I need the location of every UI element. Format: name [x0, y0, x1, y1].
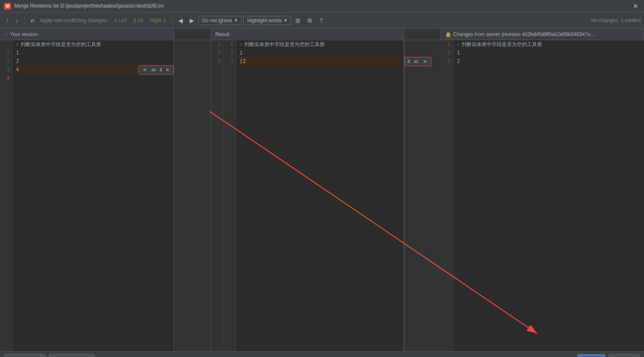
right-line-1: ✓ 判断实体类中字段是否为空的工具类 — [457, 40, 641, 49]
gutter-right: 4 ≪ ✕ — [404, 40, 441, 351]
left-panel-content: 1 2 3 4 ✓ 判断实体类中字段是否为空的工具类 1 2 — [0, 40, 174, 351]
right-panel: 1 2 3 ✓ 判断实体类中字段是否为空的工具类 1 2 — [441, 40, 644, 351]
editor-panels: 1 2 3 4 ✓ 判断实体类中字段是否为空的工具类 1 2 — [0, 40, 644, 351]
conflict-reject-right[interactable]: ✕ — [422, 58, 428, 65]
result-line-numbers-left: 1 2 3 — [211, 40, 224, 351]
result-line-numbers-right: 1 2 3 — [224, 40, 236, 351]
result-panel-content: 1 2 3 1 2 3 ✓ 判断实体类中字段是否为空的工具类 1 — [211, 40, 404, 351]
left-code[interactable]: ✓ 判断实体类中字段是否为空的工具类 1 2 4 — [13, 40, 174, 351]
result-header: Result — [211, 28, 404, 40]
prev-conflict-button[interactable]: ◀ — [176, 16, 185, 25]
conflict-accept-right[interactable]: ≪ — [412, 58, 420, 65]
title-text: Merge Revisions for D:\java\project\test… — [14, 3, 164, 10]
editor-area: 1 2 3 4 ✓ 判断实体类中字段是否为空的工具类 1 2 — [0, 40, 644, 351]
dropdown-arrow-icon: ▼ — [234, 18, 238, 23]
gear-icon-button[interactable]: ⚙ — [305, 16, 315, 25]
left-line-1: ✓ 判断实体类中字段是否为空的工具类 — [16, 40, 170, 49]
conflict-accept-left[interactable]: ≫ — [150, 67, 158, 73]
next-conflict-button[interactable]: ▶ — [187, 16, 197, 25]
left-panel: 1 2 3 4 ✓ 判断实体类中字段是否为空的工具类 1 2 — [0, 40, 174, 351]
title-bar-left: M Merge Revisions for D:\java\project\te… — [4, 3, 164, 10]
separator-2 — [172, 16, 172, 25]
conflict-action-right: 4 ≪ ✕ — [404, 57, 431, 66]
right-code[interactable]: ✓ 判断实体类中字段是否为空的工具类 1 2 — [454, 40, 644, 351]
right-nav-button[interactable]: Right ⟫ — [147, 16, 168, 25]
changes-from-server-header: 🔒 Changes from server (revision 402bd45d… — [441, 28, 644, 40]
bottom-bar: Accept Left Accept Right Apply Cancel — [0, 351, 644, 357]
accept-right-button[interactable]: Accept Right — [49, 354, 94, 357]
app-icon: M — [4, 3, 11, 10]
title-bar: M Merge Revisions for D:\java\project\te… — [0, 0, 644, 13]
right-line-numbers: 1 2 3 — [441, 40, 454, 351]
all-nav-button[interactable]: ⟫ All — [131, 16, 146, 25]
conflict-action-left: ✕ ≫ 4 ✕ — [138, 65, 174, 75]
left-line-2: 1 — [16, 49, 170, 57]
left-line-numbers: 1 2 3 4 — [0, 40, 13, 351]
merge-icon-button[interactable]: ⇄ — [28, 16, 37, 25]
column-headers: ✓ Your version Result 🔒 Changes from ser… — [0, 28, 644, 40]
result-panel: 1 2 3 1 2 3 ✓ 判断实体类中字段是否为空的工具类 1 — [211, 40, 404, 351]
gutter-left-header — [174, 28, 211, 40]
down-arrow-button[interactable]: ↓ — [13, 16, 21, 25]
lock-icon: 🔒 — [445, 31, 451, 37]
separator-1 — [24, 16, 25, 25]
do-not-ignore-dropdown[interactable]: Do not ignore ▼ — [198, 16, 242, 25]
right-line-2: 1 — [457, 49, 641, 57]
check-icon-1: ✓ — [16, 40, 19, 49]
gutter-right-header — [404, 28, 441, 40]
accept-left-button[interactable]: Accept Left — [4, 354, 46, 357]
up-arrow-button[interactable]: ↑ — [3, 16, 11, 25]
cancel-button[interactable]: Cancel — [609, 354, 640, 357]
your-version-check-icon: ✓ — [4, 31, 8, 37]
result-line-1: ✓ 判断实体类中字段是否为空的工具类 — [240, 40, 400, 49]
conflict-reject-left[interactable]: ✕ — [141, 67, 148, 73]
highlight-dropdown-arrow-icon: ▼ — [284, 18, 288, 23]
result-line-2: 1 — [240, 49, 400, 57]
help-button[interactable]: ? — [317, 16, 325, 25]
your-version-header: ✓ Your version — [0, 28, 174, 40]
left-line-3: 2 — [16, 57, 170, 65]
grid-icon-button[interactable]: ⊞ — [293, 16, 303, 25]
apply-nonconflicting-label: Apply non-conflicting changes: — [38, 18, 110, 23]
result-code[interactable]: ✓ 判断实体类中字段是否为空的工具类 1 |2 — [236, 40, 404, 351]
result-check-icon: ✓ — [240, 40, 242, 49]
result-line-3: |2 — [240, 57, 400, 65]
toolbar: ↑ ↓ ⇄ Apply non-conflicting changes: ⟫ L… — [0, 13, 644, 28]
status-text: No changes. 1 conflict — [591, 18, 641, 23]
close-button[interactable]: ✕ — [631, 2, 640, 10]
gutter-left — [174, 40, 211, 351]
left-nav-button[interactable]: ⟫ Left — [112, 16, 129, 25]
right-check-icon: ✓ — [457, 40, 460, 49]
right-line-3: 2 — [457, 57, 641, 65]
conflict-reject-left2[interactable]: ✕ — [164, 67, 171, 73]
right-panel-content: 1 2 3 ✓ 判断实体类中字段是否为空的工具类 1 2 — [441, 40, 644, 351]
highlight-words-dropdown[interactable]: Highlight words ▼ — [243, 16, 291, 25]
apply-button[interactable]: Apply — [577, 354, 605, 357]
